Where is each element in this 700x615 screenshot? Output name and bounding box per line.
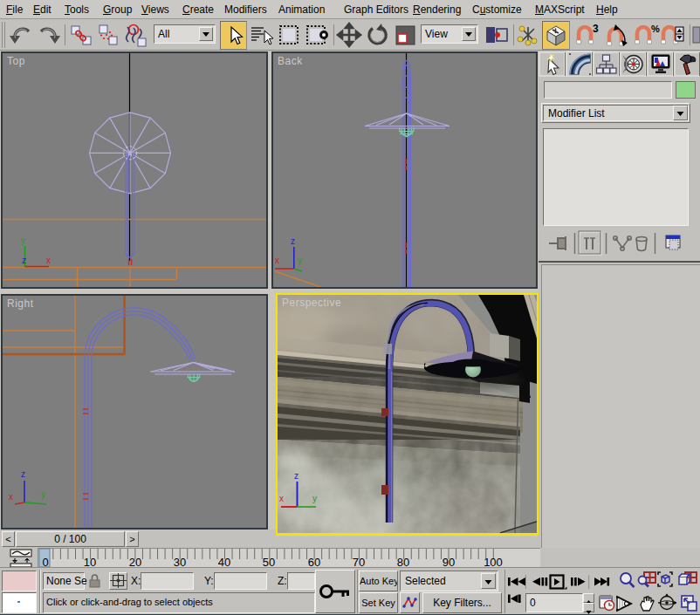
svg-text:y: y [41,489,45,499]
svg-text:x: x [9,492,13,502]
svg-text:80: 80 [397,556,409,568]
svg-text:3: 3 [593,23,599,35]
svg-text:10: 10 [84,556,96,568]
svg-text:30: 30 [174,556,186,568]
svg-text:z: z [22,256,26,265]
svg-text:y: y [312,494,317,503]
svg-text:100: 100 [484,556,503,568]
svg-text:%: % [651,24,660,34]
svg-text:50: 50 [263,556,275,568]
svg-text:y: y [298,256,302,265]
svg-text:x: x [46,256,51,265]
svg-text:60: 60 [308,556,320,568]
svg-text:40: 40 [218,556,230,568]
svg-text:0: 0 [42,556,48,568]
svg-text:z: z [21,469,25,479]
svg-text:y: y [21,236,25,245]
svg-text:90: 90 [443,556,455,568]
svg-text:z: z [294,471,299,481]
svg-text:z: z [291,236,295,246]
svg-text:x: x [275,256,279,265]
svg-text:x: x [279,494,284,503]
svg-text:20: 20 [129,556,141,568]
svg-text:70: 70 [353,556,365,568]
